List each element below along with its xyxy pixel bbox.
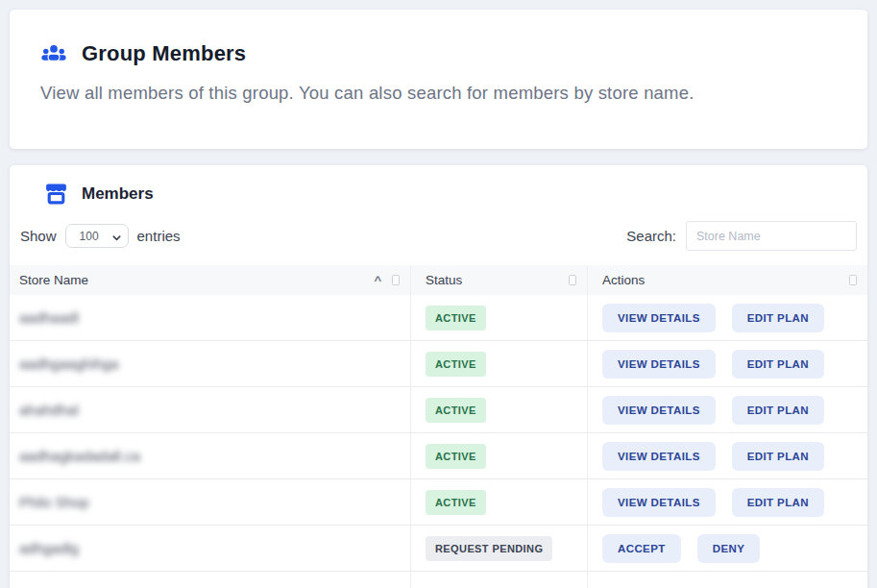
search-control: Search: [626, 221, 857, 251]
store-name-text: aadhgaaghihga [19, 355, 118, 372]
actions-cell: VIEW DETAILSEDIT PLAN [588, 295, 867, 340]
users-icon [40, 43, 67, 64]
status-cell: ACTIVE [411, 387, 588, 432]
members-table: Store Name ^ Status Actions aadhaadlACTI… [10, 265, 867, 588]
accept-button[interactable]: ACCEPT [602, 534, 681, 563]
store-name-text: Philo Shop [19, 494, 89, 510]
table-row: ahahdhalACTIVEVIEW DETAILSEDIT PLAN [10, 387, 867, 433]
status-cell: ACTIVE [411, 295, 588, 340]
empty-cell [10, 572, 411, 588]
status-badge: ACTIVE [426, 352, 486, 377]
edit-plan-button[interactable]: EDIT PLAN [732, 396, 824, 425]
edit-plan-button[interactable]: EDIT PLAN [732, 442, 824, 471]
store-name-text: aadhagkadadall.ca [19, 448, 140, 464]
sort-placeholder-icon [392, 275, 400, 285]
table-body: aadhaadlACTIVEVIEW DETAILSEDIT PLANaadhg… [10, 295, 867, 588]
store-name-cell: aadhaadl [10, 295, 411, 340]
members-card: Members Show 100 entries Search: Store N… [10, 165, 867, 588]
status-cell: ACTIVE [411, 479, 588, 525]
status-cell: ACTIVE [411, 433, 588, 478]
actions-cell: VIEW DETAILSEDIT PLAN [588, 341, 867, 386]
status-cell: ACTIVE [411, 341, 588, 386]
entries-label: entries [137, 228, 181, 244]
page-size-control: Show 100 entries [20, 224, 181, 248]
status-badge: REQUEST PENDING [426, 536, 552, 561]
view-details-button[interactable]: VIEW DETAILS [602, 442, 716, 471]
column-label: Actions [602, 273, 645, 287]
page-size-select-wrap: 100 [65, 224, 129, 248]
actions-cell: VIEW DETAILSEDIT PLAN [588, 479, 867, 525]
store-name-text: adhgadlg [19, 540, 79, 556]
group-members-header: Group Members [40, 41, 837, 66]
actions-cell: VIEW DETAILSEDIT PLAN [588, 433, 867, 478]
sort-asc-icon: ^ [374, 273, 381, 287]
status-badge: ACTIVE [426, 306, 486, 331]
table-row: aadhgaaghihgaACTIVEVIEW DETAILSEDIT PLAN [10, 341, 867, 387]
actions-group: VIEW DETAILSEDIT PLAN [602, 350, 824, 379]
view-details-button[interactable]: VIEW DETAILS [602, 396, 716, 425]
column-label: Store Name [19, 273, 88, 287]
empty-cell [411, 572, 588, 588]
status-cell: REQUEST PENDING [411, 526, 588, 571]
actions-group: VIEW DETAILSEDIT PLAN [602, 396, 824, 425]
actions-group: VIEW DETAILSEDIT PLAN [602, 304, 824, 332]
status-badge: ACTIVE [426, 490, 486, 515]
column-label: Status [426, 273, 462, 287]
table-row: aadhaadlACTIVEVIEW DETAILSEDIT PLAN [10, 295, 867, 341]
status-badge: ACTIVE [426, 444, 486, 469]
column-header-store-name[interactable]: Store Name ^ [10, 265, 411, 295]
edit-plan-button[interactable]: EDIT PLAN [732, 304, 824, 332]
members-header: Members [10, 183, 867, 205]
column-header-status[interactable]: Status [411, 265, 588, 295]
status-badge: ACTIVE [426, 398, 486, 423]
store-name-cell: adhgadlg [10, 526, 411, 571]
storefront-icon [44, 183, 68, 205]
table-row: adhgadlgREQUEST PENDINGACCEPTDENY [10, 526, 867, 572]
store-name-cell: Philo Shop [10, 479, 411, 525]
search-label: Search: [626, 228, 676, 244]
table-row: aadhagkadadall.caACTIVEVIEW DETAILSEDIT … [10, 433, 867, 479]
edit-plan-button[interactable]: EDIT PLAN [732, 350, 824, 379]
page-size-select[interactable]: 100 [65, 224, 129, 248]
group-members-card: Group Members View all members of this g… [10, 10, 867, 149]
store-name-text: ahahdhal [19, 402, 79, 418]
edit-plan-button[interactable]: EDIT PLAN [732, 488, 824, 517]
members-title: Members [82, 184, 154, 204]
table-header-row: Store Name ^ Status Actions [10, 265, 867, 295]
actions-group: ACCEPTDENY [602, 534, 760, 563]
search-input[interactable] [686, 221, 857, 251]
sort-placeholder-icon [849, 275, 857, 285]
view-details-button[interactable]: VIEW DETAILS [602, 304, 716, 332]
table-row: Philo ShopACTIVEVIEW DETAILSEDIT PLAN [10, 479, 867, 526]
table-controls: Show 100 entries Search: [10, 221, 867, 251]
store-name-text: aadhaadl [19, 309, 79, 326]
actions-group: VIEW DETAILSEDIT PLAN [602, 488, 824, 517]
page-description: View all members of this group. You can … [40, 83, 837, 104]
view-details-button[interactable]: VIEW DETAILS [602, 350, 716, 379]
store-name-cell: aadhagkadadall.ca [10, 433, 411, 478]
store-name-cell: aadhgaaghihga [10, 341, 411, 386]
actions-cell: VIEW DETAILSEDIT PLAN [588, 387, 867, 432]
page-title: Group Members [82, 41, 246, 66]
view-details-button[interactable]: VIEW DETAILS [602, 488, 716, 517]
sort-placeholder-icon [569, 275, 576, 285]
column-header-actions[interactable]: Actions [588, 265, 867, 295]
store-name-cell: ahahdhal [10, 387, 411, 432]
table-row-partial [10, 572, 867, 588]
empty-cell [588, 572, 867, 588]
actions-group: VIEW DETAILSEDIT PLAN [602, 442, 824, 471]
actions-cell: ACCEPTDENY [588, 526, 867, 571]
deny-button[interactable]: DENY [697, 534, 761, 563]
show-label: Show [20, 228, 57, 244]
